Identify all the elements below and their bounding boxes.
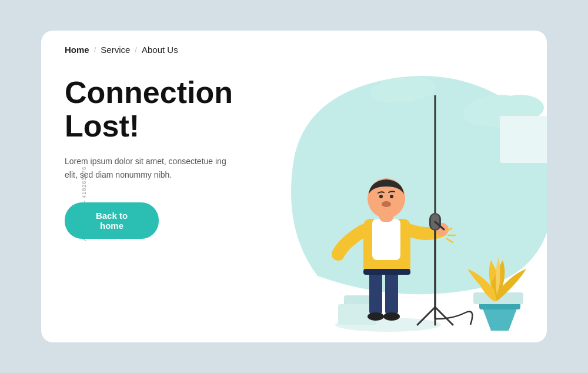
page-title: Connection Lost! [65,76,241,143]
svg-point-12 [368,312,384,321]
svg-rect-10 [369,269,382,316]
nav-about[interactable]: About Us [142,45,178,55]
svg-point-13 [383,312,400,321]
back-to-home-button[interactable]: Back to home [65,202,159,239]
svg-line-32 [447,239,453,242]
svg-point-21 [379,195,383,198]
navbar: Home / Service / About Us [41,31,547,64]
main-content: Connection Lost! Lorem ipsum dolor sit a… [41,64,547,342]
illustration-panel [265,64,547,342]
left-panel: Connection Lost! Lorem ipsum dolor sit a… [41,64,265,342]
svg-point-20 [382,201,391,207]
svg-rect-16 [363,269,410,275]
character-illustration [253,95,535,342]
nav-sep-2: / [135,45,137,54]
subtitle-text: Lorem ipsum dolor sit amet, consectetue … [65,155,229,181]
svg-line-25 [435,307,453,325]
nav-service[interactable]: Service [101,45,130,55]
nav-home[interactable]: Home [65,45,89,55]
main-card: Home / Service / About Us Connection Los… [41,31,547,342]
svg-point-22 [390,195,393,198]
svg-rect-15 [372,219,400,260]
nav-sep-1: / [94,45,96,54]
svg-rect-11 [385,269,398,316]
